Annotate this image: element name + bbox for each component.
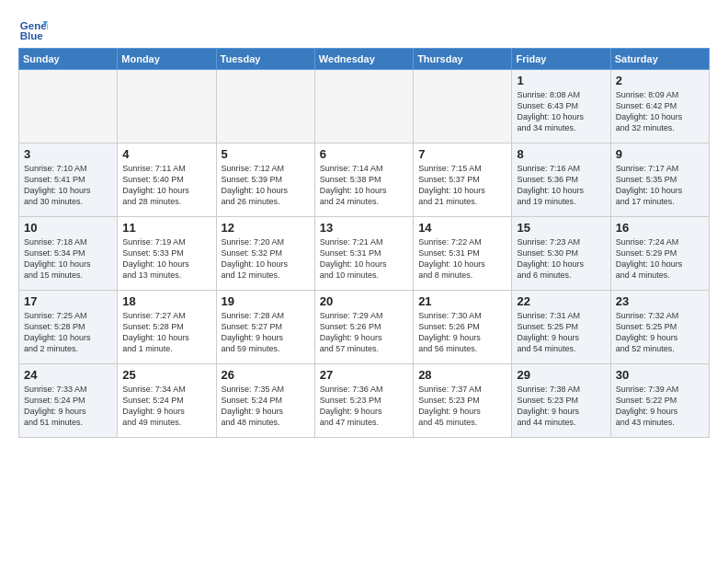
week-row-3: 10Sunrise: 7:18 AM Sunset: 5:34 PM Dayli… [19, 217, 710, 291]
calendar-cell: 22Sunrise: 7:31 AM Sunset: 5:25 PM Dayli… [512, 291, 610, 364]
day-number: 3 [24, 147, 113, 161]
day-number: 9 [616, 147, 705, 161]
day-number: 7 [418, 147, 507, 161]
cell-info: Sunrise: 7:36 AM Sunset: 5:23 PM Dayligh… [320, 384, 409, 429]
day-number: 2 [616, 74, 705, 87]
day-number: 4 [122, 147, 211, 161]
calendar-cell: 28Sunrise: 7:37 AM Sunset: 5:23 PM Dayli… [414, 364, 512, 438]
cell-info: Sunrise: 7:20 AM Sunset: 5:32 PM Dayligh… [222, 236, 311, 282]
cell-info: Sunrise: 7:35 AM Sunset: 5:24 PM Dayligh… [222, 384, 311, 429]
calendar-cell: 23Sunrise: 7:32 AM Sunset: 5:25 PM Dayli… [610, 291, 709, 364]
weekday-header-monday: Monday [118, 49, 216, 70]
calendar-cell: 25Sunrise: 7:34 AM Sunset: 5:24 PM Dayli… [118, 364, 216, 438]
cell-info: Sunrise: 7:21 AM Sunset: 5:31 PM Dayligh… [320, 236, 409, 282]
cell-info: Sunrise: 7:23 AM Sunset: 5:30 PM Dayligh… [517, 236, 606, 282]
day-number: 11 [122, 221, 211, 235]
day-number: 25 [122, 368, 211, 382]
calendar-cell: 9Sunrise: 7:17 AM Sunset: 5:35 PM Daylig… [610, 144, 709, 217]
calendar-cell: 19Sunrise: 7:28 AM Sunset: 5:27 PM Dayli… [216, 291, 314, 364]
cell-info: Sunrise: 7:30 AM Sunset: 5:26 PM Dayligh… [418, 310, 507, 355]
calendar-cell: 17Sunrise: 7:25 AM Sunset: 5:28 PM Dayli… [19, 291, 118, 364]
cell-info: Sunrise: 7:31 AM Sunset: 5:25 PM Dayligh… [517, 310, 606, 355]
calendar-cell: 11Sunrise: 7:19 AM Sunset: 5:33 PM Dayli… [118, 217, 216, 291]
weekday-header-friday: Friday [512, 49, 610, 70]
weekday-header-thursday: Thursday [414, 49, 512, 70]
cell-info: Sunrise: 8:08 AM Sunset: 6:43 PM Dayligh… [517, 89, 606, 134]
cell-info: Sunrise: 7:15 AM Sunset: 5:37 PM Dayligh… [418, 163, 507, 208]
calendar-cell [19, 70, 118, 144]
cell-info: Sunrise: 7:37 AM Sunset: 5:23 PM Dayligh… [418, 384, 507, 429]
calendar-cell: 26Sunrise: 7:35 AM Sunset: 5:24 PM Dayli… [216, 364, 314, 438]
weekday-header-tuesday: Tuesday [216, 49, 314, 70]
day-number: 24 [24, 368, 113, 382]
cell-info: Sunrise: 7:27 AM Sunset: 5:28 PM Dayligh… [122, 310, 211, 355]
svg-text:Blue: Blue [20, 30, 44, 41]
week-row-2: 3Sunrise: 7:10 AM Sunset: 5:41 PM Daylig… [19, 144, 710, 217]
cell-info: Sunrise: 7:14 AM Sunset: 5:38 PM Dayligh… [320, 163, 409, 208]
header: General Blue [18, 15, 710, 44]
cell-info: Sunrise: 8:09 AM Sunset: 6:42 PM Dayligh… [616, 89, 705, 134]
cell-info: Sunrise: 7:19 AM Sunset: 5:33 PM Dayligh… [122, 236, 211, 282]
calendar-cell [216, 70, 314, 144]
day-number: 1 [517, 74, 606, 87]
logo: General Blue [18, 15, 51, 44]
week-row-1: 1Sunrise: 8:08 AM Sunset: 6:43 PM Daylig… [19, 70, 710, 144]
cell-info: Sunrise: 7:33 AM Sunset: 5:24 PM Dayligh… [24, 384, 113, 429]
cell-info: Sunrise: 7:24 AM Sunset: 5:29 PM Dayligh… [616, 236, 705, 282]
calendar-cell: 29Sunrise: 7:38 AM Sunset: 5:23 PM Dayli… [512, 364, 610, 438]
calendar-cell: 13Sunrise: 7:21 AM Sunset: 5:31 PM Dayli… [314, 217, 413, 291]
day-number: 22 [517, 294, 606, 308]
day-number: 13 [320, 221, 409, 235]
logo-icon: General Blue [18, 15, 48, 44]
calendar-cell [314, 70, 413, 144]
day-number: 17 [24, 294, 113, 308]
day-number: 6 [320, 147, 409, 161]
weekday-header-wednesday: Wednesday [314, 49, 413, 70]
cell-info: Sunrise: 7:25 AM Sunset: 5:28 PM Dayligh… [24, 310, 113, 355]
calendar-cell: 5Sunrise: 7:12 AM Sunset: 5:39 PM Daylig… [216, 144, 314, 217]
weekday-header-saturday: Saturday [610, 49, 709, 70]
cell-info: Sunrise: 7:17 AM Sunset: 5:35 PM Dayligh… [616, 163, 705, 208]
cell-info: Sunrise: 7:34 AM Sunset: 5:24 PM Dayligh… [122, 384, 211, 429]
calendar-cell: 12Sunrise: 7:20 AM Sunset: 5:32 PM Dayli… [216, 217, 314, 291]
day-number: 12 [222, 221, 311, 235]
cell-info: Sunrise: 7:10 AM Sunset: 5:41 PM Dayligh… [24, 163, 113, 208]
calendar-cell: 3Sunrise: 7:10 AM Sunset: 5:41 PM Daylig… [19, 144, 118, 217]
calendar-cell: 10Sunrise: 7:18 AM Sunset: 5:34 PM Dayli… [19, 217, 118, 291]
calendar-cell: 18Sunrise: 7:27 AM Sunset: 5:28 PM Dayli… [118, 291, 216, 364]
calendar-cell [118, 70, 216, 144]
cell-info: Sunrise: 7:28 AM Sunset: 5:27 PM Dayligh… [222, 310, 311, 355]
day-number: 15 [517, 221, 606, 235]
calendar-cell: 15Sunrise: 7:23 AM Sunset: 5:30 PM Dayli… [512, 217, 610, 291]
week-row-5: 24Sunrise: 7:33 AM Sunset: 5:24 PM Dayli… [19, 364, 710, 438]
calendar-cell: 24Sunrise: 7:33 AM Sunset: 5:24 PM Dayli… [19, 364, 118, 438]
calendar-table: SundayMondayTuesdayWednesdayThursdayFrid… [18, 48, 710, 438]
weekday-header-sunday: Sunday [19, 49, 118, 70]
cell-info: Sunrise: 7:29 AM Sunset: 5:26 PM Dayligh… [320, 310, 409, 355]
cell-info: Sunrise: 7:16 AM Sunset: 5:36 PM Dayligh… [517, 163, 606, 208]
week-row-4: 17Sunrise: 7:25 AM Sunset: 5:28 PM Dayli… [19, 291, 710, 364]
cell-info: Sunrise: 7:12 AM Sunset: 5:39 PM Dayligh… [222, 163, 311, 208]
calendar-cell: 2Sunrise: 8:09 AM Sunset: 6:42 PM Daylig… [610, 70, 709, 144]
cell-info: Sunrise: 7:32 AM Sunset: 5:25 PM Dayligh… [616, 310, 705, 355]
day-number: 23 [616, 294, 705, 308]
cell-info: Sunrise: 7:18 AM Sunset: 5:34 PM Dayligh… [24, 236, 113, 282]
cell-info: Sunrise: 7:39 AM Sunset: 5:22 PM Dayligh… [616, 384, 705, 429]
cell-info: Sunrise: 7:38 AM Sunset: 5:23 PM Dayligh… [517, 384, 606, 429]
day-number: 29 [517, 368, 606, 382]
day-number: 30 [616, 368, 705, 382]
calendar-cell: 4Sunrise: 7:11 AM Sunset: 5:40 PM Daylig… [118, 144, 216, 217]
cell-info: Sunrise: 7:11 AM Sunset: 5:40 PM Dayligh… [122, 163, 211, 208]
day-number: 21 [418, 294, 507, 308]
day-number: 20 [320, 294, 409, 308]
day-number: 28 [418, 368, 507, 382]
calendar-cell: 1Sunrise: 8:08 AM Sunset: 6:43 PM Daylig… [512, 70, 610, 144]
day-number: 19 [222, 294, 311, 308]
calendar-cell: 7Sunrise: 7:15 AM Sunset: 5:37 PM Daylig… [414, 144, 512, 217]
day-number: 14 [418, 221, 507, 235]
day-number: 18 [122, 294, 211, 308]
day-number: 10 [24, 221, 113, 235]
calendar-cell: 6Sunrise: 7:14 AM Sunset: 5:38 PM Daylig… [314, 144, 413, 217]
calendar-cell: 27Sunrise: 7:36 AM Sunset: 5:23 PM Dayli… [314, 364, 413, 438]
calendar-cell: 8Sunrise: 7:16 AM Sunset: 5:36 PM Daylig… [512, 144, 610, 217]
